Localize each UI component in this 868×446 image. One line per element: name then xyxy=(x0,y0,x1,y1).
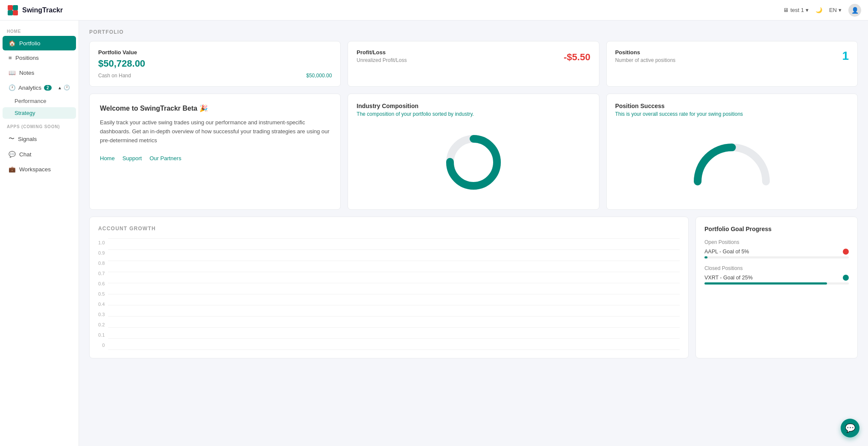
vxrt-progress-bar xyxy=(704,282,849,285)
partners-link[interactable]: Our Partners xyxy=(149,155,181,161)
sidebar-item-strategy[interactable]: Strategy xyxy=(3,107,76,119)
book-icon: 📖 xyxy=(9,69,16,76)
main-content: PORTFOLIO Portfolio Value $50,728.00 Cas… xyxy=(79,21,868,446)
sidebar-item-signals[interactable]: 〜 Signals xyxy=(3,131,76,147)
svg-rect-2 xyxy=(8,10,13,15)
industry-title: Industry Composition xyxy=(357,103,590,109)
sidebar-item-workspaces[interactable]: 💼 Workspaces xyxy=(3,162,76,176)
welcome-card: Welcome to SwingTrackr Beta 🎉 Easily tra… xyxy=(89,94,341,210)
header-right: 🖥 test 1 ▾ 🌙 EN ▾ 👤 xyxy=(783,4,861,17)
profit-loss-value: -$5.50 xyxy=(564,52,590,63)
summary-cards: Portfolio Value $50,728.00 Cash on Hand … xyxy=(89,41,858,87)
app-header: SwingTrackr 🖥 test 1 ▾ 🌙 EN ▾ 👤 xyxy=(0,0,868,21)
chat-fab[interactable]: 💬 xyxy=(841,419,859,437)
sidebar-item-positions[interactable]: ≡ Positions xyxy=(3,51,76,65)
chevron-down-icon: ▾ xyxy=(806,7,809,13)
sidebar-section-apps: APPS (COMING SOON) xyxy=(0,119,79,131)
app-name: SwingTrackr xyxy=(22,6,63,14)
portfolio-value-amount: $50,728.00 xyxy=(98,58,145,69)
positions-subtitle: Number of active positions xyxy=(615,57,675,63)
message-icon: 💬 xyxy=(9,151,16,158)
vxrt-goal-label: VXRT - Goal of 25% xyxy=(704,275,753,281)
chat-fab-icon: 💬 xyxy=(845,423,856,433)
welcome-links: Home Support Our Partners xyxy=(100,155,330,161)
analytics-badge: 2 xyxy=(44,85,52,91)
svg-rect-0 xyxy=(8,5,13,10)
portfolio-value-title: Portfolio Value xyxy=(98,49,145,56)
list-icon: ≡ xyxy=(9,55,12,61)
support-link[interactable]: Support xyxy=(123,155,142,161)
portfolio-value-card: Portfolio Value $50,728.00 Cash on Hand … xyxy=(89,41,341,87)
donut-chart xyxy=(357,124,590,201)
cash-on-hand-label: Cash on Hand xyxy=(98,73,131,79)
profit-loss-card: Profit/Loss Unrealized Profit/Loss -$5.5… xyxy=(348,41,599,87)
unrealized-pl-label: Unrealized Profit/Loss xyxy=(357,57,406,63)
vxrt-goal-item: VXRT - Goal of 25% xyxy=(704,275,849,285)
chart-container: 1.0 0.9 0.8 0.7 0.6 0.5 0.4 0.3 0.2 0.1 … xyxy=(98,238,680,349)
industry-composition-card: Industry Composition The composition of … xyxy=(348,94,599,210)
position-success-card: Position Success This is your overall su… xyxy=(606,94,858,210)
cash-on-hand-value: $50,000.00 xyxy=(306,73,332,79)
logo-icon xyxy=(7,4,19,16)
bottom-row: ACCOUNT GROWTH 1.0 0.9 0.8 0.7 0.6 0.5 0… xyxy=(89,217,858,358)
goal-title: Portfolio Goal Progress xyxy=(704,226,849,232)
language-selector[interactable]: EN ▾ xyxy=(829,7,842,13)
aapl-goal-item: AAPL - Goal of 5% xyxy=(704,249,849,258)
home-icon: 🏠 xyxy=(9,40,16,47)
donut-svg xyxy=(439,128,508,197)
avatar[interactable]: 👤 xyxy=(848,4,861,17)
profit-loss-title: Profit/Loss xyxy=(357,49,406,56)
main-layout: HOME 🏠 Portfolio ≡ Positions 📖 Notes xyxy=(0,21,868,446)
aapl-goal-label: AAPL - Goal of 5% xyxy=(704,249,749,255)
y-axis: 1.0 0.9 0.8 0.7 0.6 0.5 0.4 0.3 0.2 0.1 … xyxy=(98,238,105,349)
closed-positions-label: Closed Positions xyxy=(704,265,849,271)
sidebar-item-analytics[interactable]: 🕐 Analytics 2 ▲ 🕐 xyxy=(3,80,76,95)
sidebar: HOME 🏠 Portfolio ≡ Positions 📖 Notes xyxy=(0,21,79,446)
grid-lines xyxy=(108,238,680,349)
semicircle-svg xyxy=(689,135,774,190)
chevron-down-icon: ▾ xyxy=(839,7,842,13)
svg-rect-3 xyxy=(13,10,18,15)
dark-mode-toggle[interactable]: 🌙 xyxy=(815,7,822,13)
welcome-title: Welcome to SwingTrackr Beta 🎉 xyxy=(100,104,330,112)
app-logo: SwingTrackr xyxy=(7,4,63,16)
position-success-title: Position Success xyxy=(615,103,849,109)
vxrt-goal-status xyxy=(843,275,849,281)
sidebar-item-performance[interactable]: Performance xyxy=(3,95,76,107)
chevron-up-icon: ▲ xyxy=(58,85,62,90)
sidebar-item-portfolio[interactable]: 🏠 Portfolio xyxy=(3,36,76,50)
positions-card: Positions Number of active positions 1 xyxy=(606,41,858,87)
svg-rect-1 xyxy=(13,5,18,10)
sidebar-section-home: HOME xyxy=(0,24,79,35)
aapl-progress-fill xyxy=(704,256,707,258)
clock-icon: 🕐 xyxy=(9,84,16,91)
sidebar-item-chat[interactable]: 💬 Chat xyxy=(3,147,76,161)
welcome-desc: Easily track your active swing trades us… xyxy=(100,118,330,145)
vxrt-progress-fill xyxy=(704,282,827,285)
briefcase-icon: 💼 xyxy=(9,166,16,173)
positions-count: 1 xyxy=(842,49,849,63)
activity-icon: 〜 xyxy=(9,135,15,143)
positions-title: Positions xyxy=(615,49,675,56)
industry-subtitle: The composition of your portfolio sorted… xyxy=(357,111,590,117)
middle-cards: Welcome to SwingTrackr Beta 🎉 Easily tra… xyxy=(89,94,858,210)
sidebar-item-notes[interactable]: 📖 Notes xyxy=(3,65,76,80)
position-success-subtitle: This is your overall success rate for yo… xyxy=(615,111,849,117)
home-link[interactable]: Home xyxy=(100,155,115,161)
goal-progress-card: Portfolio Goal Progress Open Positions A… xyxy=(696,217,858,358)
page-title: PORTFOLIO xyxy=(89,29,858,35)
semicircle-chart xyxy=(615,124,849,201)
account-growth-card: ACCOUNT GROWTH 1.0 0.9 0.8 0.7 0.6 0.5 0… xyxy=(89,217,689,358)
clock-icon-right: 🕐 xyxy=(64,85,70,91)
aapl-progress-bar xyxy=(704,256,849,258)
chart-area xyxy=(108,238,680,349)
aapl-goal-status xyxy=(843,249,849,255)
open-positions-label: Open Positions xyxy=(704,239,849,245)
account-growth-title: ACCOUNT GROWTH xyxy=(98,226,680,232)
header-user[interactable]: 🖥 test 1 ▾ xyxy=(783,7,809,13)
